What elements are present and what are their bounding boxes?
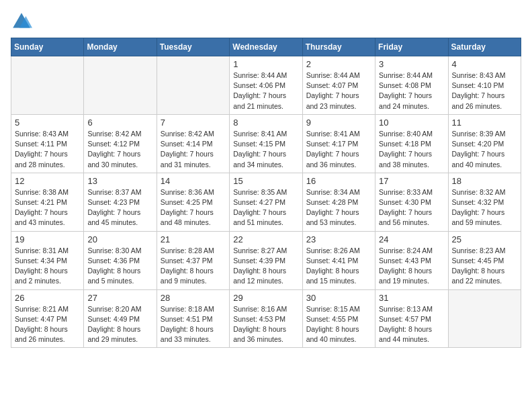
day-info: Sunrise: 8:30 AM Sunset: 4:36 PM Dayligh… [87,246,152,287]
calendar-cell: 18Sunrise: 8:32 AM Sunset: 4:32 PM Dayli… [448,173,521,231]
day-info: Sunrise: 8:28 AM Sunset: 4:37 PM Dayligh… [161,246,226,287]
day-number: 16 [306,176,371,186]
day-info: Sunrise: 8:43 AM Sunset: 4:11 PM Dayligh… [15,129,80,170]
day-number: 23 [306,234,371,244]
day-number: 30 [306,293,371,303]
day-info: Sunrise: 8:15 AM Sunset: 4:55 PM Dayligh… [306,304,371,345]
calendar-week-row: 1Sunrise: 8:44 AM Sunset: 4:06 PM Daylig… [11,56,521,115]
calendar-cell: 31Sunrise: 8:13 AM Sunset: 4:57 PM Dayli… [375,289,448,348]
calendar-cell: 12Sunrise: 8:38 AM Sunset: 4:21 PM Dayli… [11,173,84,231]
calendar-cell: 13Sunrise: 8:37 AM Sunset: 4:23 PM Dayli… [84,173,157,231]
calendar-cell: 17Sunrise: 8:33 AM Sunset: 4:30 PM Dayli… [375,173,448,231]
day-number: 29 [233,293,298,303]
day-number: 5 [15,118,80,128]
calendar-cell: 14Sunrise: 8:36 AM Sunset: 4:25 PM Dayli… [157,173,229,231]
day-number: 2 [306,59,371,69]
day-number: 27 [87,293,152,303]
day-info: Sunrise: 8:41 AM Sunset: 4:17 PM Dayligh… [306,129,371,170]
day-info: Sunrise: 8:24 AM Sunset: 4:43 PM Dayligh… [379,246,444,287]
day-info: Sunrise: 8:26 AM Sunset: 4:41 PM Dayligh… [306,246,371,287]
calendar-cell: 26Sunrise: 8:21 AM Sunset: 4:47 PM Dayli… [11,289,84,348]
calendar-cell [84,56,157,115]
day-info: Sunrise: 8:21 AM Sunset: 4:47 PM Dayligh… [15,304,80,345]
calendar-cell: 19Sunrise: 8:31 AM Sunset: 4:34 PM Dayli… [11,231,84,289]
calendar-cell: 15Sunrise: 8:35 AM Sunset: 4:27 PM Dayli… [230,173,302,231]
calendar-cell [11,56,84,115]
day-info: Sunrise: 8:43 AM Sunset: 4:10 PM Dayligh… [452,71,517,111]
day-info: Sunrise: 8:36 AM Sunset: 4:25 PM Dayligh… [161,187,226,228]
calendar-cell: 3Sunrise: 8:44 AM Sunset: 4:08 PM Daylig… [375,56,448,115]
day-number: 9 [306,118,371,128]
day-number: 6 [87,118,152,128]
calendar-cell: 27Sunrise: 8:20 AM Sunset: 4:49 PM Dayli… [84,289,157,348]
calendar-cell: 10Sunrise: 8:40 AM Sunset: 4:18 PM Dayli… [375,114,448,173]
day-info: Sunrise: 8:35 AM Sunset: 4:27 PM Dayligh… [233,187,298,228]
calendar-week-row: 12Sunrise: 8:38 AM Sunset: 4:21 PM Dayli… [11,173,521,231]
day-number: 12 [15,176,80,186]
calendar-cell: 30Sunrise: 8:15 AM Sunset: 4:55 PM Dayli… [302,289,375,348]
day-info: Sunrise: 8:44 AM Sunset: 4:07 PM Dayligh… [306,71,371,111]
calendar-cell: 24Sunrise: 8:24 AM Sunset: 4:43 PM Dayli… [375,231,448,289]
calendar-cell: 23Sunrise: 8:26 AM Sunset: 4:41 PM Dayli… [302,231,375,289]
day-info: Sunrise: 8:32 AM Sunset: 4:32 PM Dayligh… [452,187,517,228]
calendar-cell: 28Sunrise: 8:18 AM Sunset: 4:51 PM Dayli… [157,289,229,348]
day-number: 13 [87,176,152,186]
day-info: Sunrise: 8:20 AM Sunset: 4:49 PM Dayligh… [87,304,152,345]
calendar-cell: 5Sunrise: 8:43 AM Sunset: 4:11 PM Daylig… [11,114,84,173]
day-info: Sunrise: 8:42 AM Sunset: 4:14 PM Dayligh… [161,129,226,170]
day-info: Sunrise: 8:18 AM Sunset: 4:51 PM Dayligh… [161,304,226,345]
weekday-header: Thursday [302,38,375,56]
calendar-cell: 11Sunrise: 8:39 AM Sunset: 4:20 PM Dayli… [448,114,521,173]
day-number: 4 [452,59,517,69]
day-info: Sunrise: 8:33 AM Sunset: 4:30 PM Dayligh… [379,187,444,228]
calendar-cell: 22Sunrise: 8:27 AM Sunset: 4:39 PM Dayli… [230,231,302,289]
calendar-cell: 4Sunrise: 8:43 AM Sunset: 4:10 PM Daylig… [448,56,521,115]
day-info: Sunrise: 8:13 AM Sunset: 4:57 PM Dayligh… [379,304,444,345]
day-number: 22 [233,234,298,244]
day-info: Sunrise: 8:27 AM Sunset: 4:39 PM Dayligh… [233,246,298,287]
weekday-header: Tuesday [157,38,229,56]
day-number: 3 [379,59,444,69]
day-info: Sunrise: 8:40 AM Sunset: 4:18 PM Dayligh… [379,129,444,170]
calendar-cell: 29Sunrise: 8:16 AM Sunset: 4:53 PM Dayli… [230,289,302,348]
calendar-week-row: 19Sunrise: 8:31 AM Sunset: 4:34 PM Dayli… [11,231,521,289]
day-info: Sunrise: 8:38 AM Sunset: 4:21 PM Dayligh… [15,187,80,228]
day-info: Sunrise: 8:44 AM Sunset: 4:06 PM Dayligh… [233,71,298,111]
day-info: Sunrise: 8:31 AM Sunset: 4:34 PM Dayligh… [15,246,80,287]
calendar-cell: 7Sunrise: 8:42 AM Sunset: 4:14 PM Daylig… [157,114,229,173]
calendar-cell: 1Sunrise: 8:44 AM Sunset: 4:06 PM Daylig… [230,56,302,115]
day-number: 21 [161,234,226,244]
calendar-cell [448,289,521,348]
calendar-header-row: SundayMondayTuesdayWednesdayThursdayFrid… [11,38,521,56]
page-header [11,11,521,32]
day-info: Sunrise: 8:34 AM Sunset: 4:28 PM Dayligh… [306,187,371,228]
calendar-week-row: 26Sunrise: 8:21 AM Sunset: 4:47 PM Dayli… [11,289,521,348]
calendar-cell: 9Sunrise: 8:41 AM Sunset: 4:17 PM Daylig… [302,114,375,173]
weekday-header: Sunday [11,38,84,56]
logo-icon [11,11,32,32]
day-number: 7 [161,118,226,128]
day-number: 24 [379,234,444,244]
day-number: 11 [452,118,517,128]
weekday-header: Wednesday [230,38,302,56]
calendar-table: SundayMondayTuesdayWednesdayThursdayFrid… [11,38,521,348]
day-number: 10 [379,118,444,128]
day-info: Sunrise: 8:23 AM Sunset: 4:45 PM Dayligh… [452,246,517,287]
logo [11,11,35,32]
calendar-cell: 8Sunrise: 8:41 AM Sunset: 4:15 PM Daylig… [230,114,302,173]
day-number: 20 [87,234,152,244]
weekday-header: Friday [375,38,448,56]
day-number: 14 [161,176,226,186]
calendar-cell: 25Sunrise: 8:23 AM Sunset: 4:45 PM Dayli… [448,231,521,289]
day-info: Sunrise: 8:37 AM Sunset: 4:23 PM Dayligh… [87,187,152,228]
day-info: Sunrise: 8:44 AM Sunset: 4:08 PM Dayligh… [379,71,444,111]
calendar-week-row: 5Sunrise: 8:43 AM Sunset: 4:11 PM Daylig… [11,114,521,173]
day-info: Sunrise: 8:16 AM Sunset: 4:53 PM Dayligh… [233,304,298,345]
day-number: 26 [15,293,80,303]
day-info: Sunrise: 8:39 AM Sunset: 4:20 PM Dayligh… [452,129,517,170]
day-info: Sunrise: 8:42 AM Sunset: 4:12 PM Dayligh… [87,129,152,170]
calendar-cell: 21Sunrise: 8:28 AM Sunset: 4:37 PM Dayli… [157,231,229,289]
weekday-header: Monday [84,38,157,56]
day-info: Sunrise: 8:41 AM Sunset: 4:15 PM Dayligh… [233,129,298,170]
day-number: 31 [379,293,444,303]
